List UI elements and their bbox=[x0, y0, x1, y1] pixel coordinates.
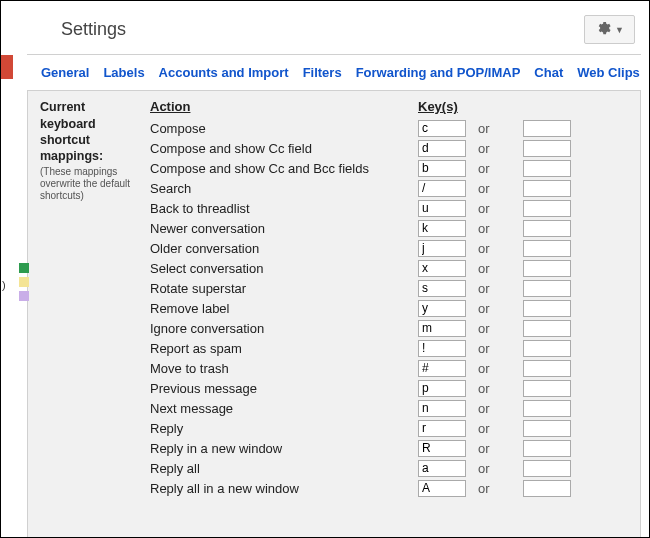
action-label: Newer conversation bbox=[150, 218, 418, 238]
table-row: Searchor bbox=[150, 178, 628, 198]
key-input-primary[interactable] bbox=[418, 320, 466, 337]
accent-bar bbox=[1, 55, 13, 79]
action-label: Reply bbox=[150, 418, 418, 438]
table-row: Newer conversationor bbox=[150, 218, 628, 238]
table-row: Select conversationor bbox=[150, 258, 628, 278]
table-row: Reply allor bbox=[150, 458, 628, 478]
key-input-primary[interactable] bbox=[418, 340, 466, 357]
key-input-alt[interactable] bbox=[523, 420, 571, 437]
table-row: Reply in a new windowor bbox=[150, 438, 628, 458]
action-label: Move to trash bbox=[150, 358, 418, 378]
or-label: or bbox=[472, 438, 523, 458]
key-input-primary[interactable] bbox=[418, 300, 466, 317]
tab-filters[interactable]: Filters bbox=[303, 65, 342, 80]
key-input-alt[interactable] bbox=[523, 360, 571, 377]
table-row: Compose and show Cc fieldor bbox=[150, 138, 628, 158]
key-input-alt[interactable] bbox=[523, 240, 571, 257]
key-input-alt[interactable] bbox=[523, 200, 571, 217]
or-label: or bbox=[472, 378, 523, 398]
action-label: Report as spam bbox=[150, 338, 418, 358]
settings-tabs: GeneralLabelsAccounts and ImportFiltersF… bbox=[27, 55, 641, 91]
key-input-primary[interactable] bbox=[418, 440, 466, 457]
key-input-primary[interactable] bbox=[418, 220, 466, 237]
table-row: Report as spamor bbox=[150, 338, 628, 358]
table-row: Composeor bbox=[150, 118, 628, 138]
table-row: Older conversationor bbox=[150, 238, 628, 258]
tab-forwarding-and-pop-imap[interactable]: Forwarding and POP/IMAP bbox=[356, 65, 521, 80]
key-input-alt[interactable] bbox=[523, 340, 571, 357]
action-label: Ignore conversation bbox=[150, 318, 418, 338]
action-label: Search bbox=[150, 178, 418, 198]
label-color-yellow[interactable] bbox=[19, 277, 29, 287]
key-input-primary[interactable] bbox=[418, 380, 466, 397]
key-input-alt[interactable] bbox=[523, 440, 571, 457]
label-color-swatches bbox=[19, 263, 29, 301]
label-color-purple[interactable] bbox=[19, 291, 29, 301]
or-label: or bbox=[472, 158, 523, 178]
key-input-alt[interactable] bbox=[523, 260, 571, 277]
key-input-primary[interactable] bbox=[418, 180, 466, 197]
table-row: Compose and show Cc and Bcc fieldsor bbox=[150, 158, 628, 178]
or-label: or bbox=[472, 298, 523, 318]
key-input-primary[interactable] bbox=[418, 260, 466, 277]
table-row: Next messageor bbox=[150, 398, 628, 418]
key-input-alt[interactable] bbox=[523, 280, 571, 297]
key-input-primary[interactable] bbox=[418, 200, 466, 217]
key-input-primary[interactable] bbox=[418, 160, 466, 177]
key-input-alt[interactable] bbox=[523, 460, 571, 477]
key-input-alt[interactable] bbox=[523, 140, 571, 157]
key-input-alt[interactable] bbox=[523, 220, 571, 237]
action-label: Compose bbox=[150, 118, 418, 138]
or-label: or bbox=[472, 238, 523, 258]
truncated-text: ) bbox=[2, 279, 6, 291]
label-color-green[interactable] bbox=[19, 263, 29, 273]
key-input-primary[interactable] bbox=[418, 400, 466, 417]
or-label: or bbox=[472, 338, 523, 358]
table-row: Remove labelor bbox=[150, 298, 628, 318]
tab-chat[interactable]: Chat bbox=[534, 65, 563, 80]
action-label: Next message bbox=[150, 398, 418, 418]
table-row: Ignore conversationor bbox=[150, 318, 628, 338]
table-row: Move to trashor bbox=[150, 358, 628, 378]
table-row: Previous messageor bbox=[150, 378, 628, 398]
key-input-alt[interactable] bbox=[523, 180, 571, 197]
tab-web-clips[interactable]: Web Clips bbox=[577, 65, 640, 80]
table-row: Rotate superstaror bbox=[150, 278, 628, 298]
key-input-primary[interactable] bbox=[418, 140, 466, 157]
gear-icon bbox=[595, 20, 611, 39]
key-input-alt[interactable] bbox=[523, 120, 571, 137]
table-row: Replyor bbox=[150, 418, 628, 438]
action-label: Compose and show Cc field bbox=[150, 138, 418, 158]
key-input-alt[interactable] bbox=[523, 480, 571, 497]
key-input-primary[interactable] bbox=[418, 480, 466, 497]
key-input-alt[interactable] bbox=[523, 380, 571, 397]
key-input-primary[interactable] bbox=[418, 360, 466, 377]
or-label: or bbox=[472, 418, 523, 438]
key-input-primary[interactable] bbox=[418, 120, 466, 137]
or-label: or bbox=[472, 458, 523, 478]
or-label: or bbox=[472, 178, 523, 198]
action-label: Reply in a new window bbox=[150, 438, 418, 458]
action-label: Remove label bbox=[150, 298, 418, 318]
chevron-down-icon: ▼ bbox=[615, 25, 624, 35]
key-input-primary[interactable] bbox=[418, 280, 466, 297]
key-input-primary[interactable] bbox=[418, 420, 466, 437]
or-label: or bbox=[472, 218, 523, 238]
key-input-alt[interactable] bbox=[523, 160, 571, 177]
tab-labels[interactable]: Labels bbox=[103, 65, 144, 80]
settings-gear-button[interactable]: ▼ bbox=[584, 15, 635, 44]
key-input-primary[interactable] bbox=[418, 240, 466, 257]
key-input-alt[interactable] bbox=[523, 400, 571, 417]
section-note: (These mappings overwrite the default sh… bbox=[40, 166, 140, 202]
action-label: Previous message bbox=[150, 378, 418, 398]
or-label: or bbox=[472, 118, 523, 138]
key-input-alt[interactable] bbox=[523, 300, 571, 317]
tab-accounts-and-import[interactable]: Accounts and Import bbox=[159, 65, 289, 80]
key-input-primary[interactable] bbox=[418, 460, 466, 477]
action-label: Reply all in a new window bbox=[150, 478, 418, 498]
action-label: Compose and show Cc and Bcc fields bbox=[150, 158, 418, 178]
key-input-alt[interactable] bbox=[523, 320, 571, 337]
table-row: Reply all in a new windowor bbox=[150, 478, 628, 498]
action-label: Reply all bbox=[150, 458, 418, 478]
tab-general[interactable]: General bbox=[41, 65, 89, 80]
